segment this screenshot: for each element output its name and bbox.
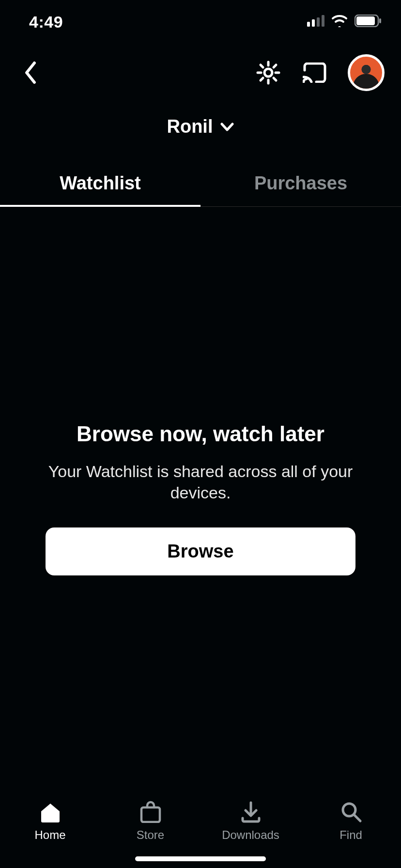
nav-store[interactable]: Store [114,800,187,842]
header [0,44,401,102]
tab-watchlist[interactable]: Watchlist [0,161,200,206]
status-time: 4:49 [29,13,63,31]
svg-line-15 [261,78,263,80]
svg-rect-3 [322,15,324,27]
avatar-image [350,57,382,89]
svg-line-12 [261,65,263,67]
tab-label: Watchlist [60,173,141,193]
status-bar: 4:49 [0,0,401,44]
status-icons [307,15,382,29]
svg-point-7 [264,69,272,77]
svg-line-17 [355,815,360,821]
svg-line-13 [274,78,276,80]
profile-selector[interactable]: Ronil [0,116,401,137]
back-button[interactable] [16,59,44,86]
battery-icon [355,15,382,29]
nav-home[interactable]: Home [14,800,87,842]
empty-state: Browse now, watch later Your Watchlist i… [0,207,401,790]
nav-label: Find [339,828,362,842]
nav-label: Home [34,828,65,842]
svg-rect-2 [317,17,320,27]
svg-rect-1 [312,19,315,27]
cast-icon [303,62,327,83]
cast-button[interactable] [301,59,328,86]
search-icon [339,800,363,823]
home-icon [39,800,62,823]
wifi-icon [331,15,348,29]
browse-button[interactable]: Browse [46,527,355,575]
nav-label: Downloads [222,828,279,842]
cellular-icon [307,15,324,29]
bag-icon [139,800,162,823]
tab-purchases[interactable]: Purchases [200,161,401,206]
svg-rect-0 [307,22,310,27]
nav-find[interactable]: Find [315,800,387,842]
nav-downloads[interactable]: Downloads [215,800,287,842]
svg-rect-5 [356,16,375,25]
tabs: Watchlist Purchases [0,161,401,207]
profile-avatar[interactable] [348,54,385,91]
download-icon [239,800,262,823]
empty-title: Browse now, watch later [77,422,324,446]
chevron-down-icon [220,123,234,131]
tab-label: Purchases [254,173,347,193]
profile-name: Ronil [167,116,213,137]
nav-label: Store [137,828,164,842]
svg-line-14 [274,65,276,67]
home-indicator [135,856,266,861]
empty-subtitle: Your Watchlist is shared across all of y… [20,461,381,503]
svg-rect-6 [379,18,381,23]
svg-point-16 [343,804,355,816]
settings-button[interactable] [255,59,282,86]
chevron-left-icon [23,61,37,84]
gear-icon [256,61,280,85]
